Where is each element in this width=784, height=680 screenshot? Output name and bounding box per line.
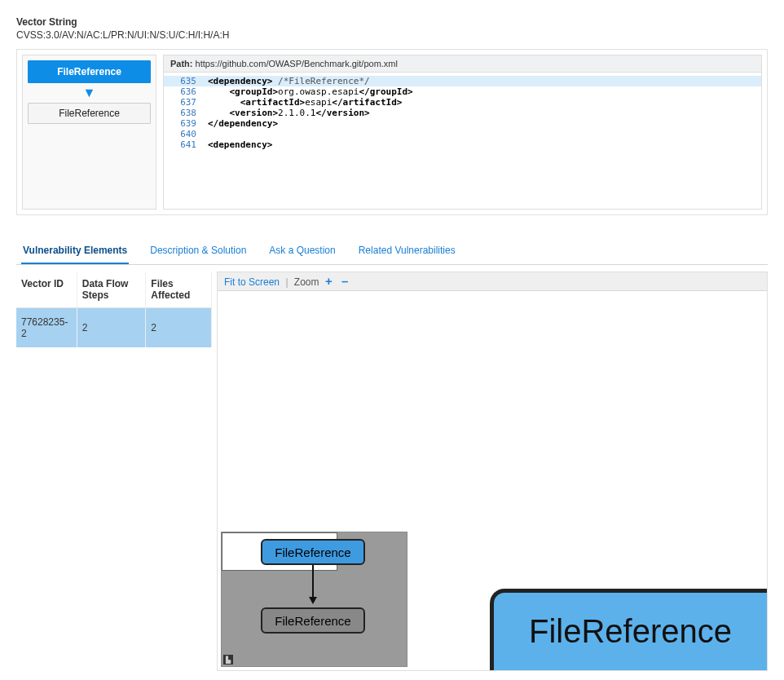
path-value: https://github.com/OWASP/Benchmark.git/p… [196,59,398,68]
flow-step-2[interactable]: FileReference [28,103,151,124]
graph-toolbar: Fit to Screen | Zoom + – [218,272,767,291]
tab-description-solution[interactable]: Description & Solution [148,240,248,264]
code-line: 637 <artifactId>esapi</artifactId> [164,97,761,108]
vector-string-value: CVSS:3.0/AV:N/AC:L/PR:N/UI:N/S:U/C:H/I:H… [16,29,768,41]
cell-steps: 2 [77,308,146,348]
code-body[interactable]: 635 <dependency> /*FileReference*/ 636 <… [164,73,761,209]
zoom-in-button[interactable]: + [322,274,336,288]
arrow-down-icon: ▼ [83,86,96,99]
cell-files: 2 [146,308,212,348]
code-line: 641 <dependency> [164,139,761,150]
code-line: 635 <dependency> /*FileReference*/ [164,76,761,86]
detail-panels: FileReference ▼ FileReference Path: http… [16,49,768,215]
cell-vector-id: 77628235-2 [16,308,77,348]
graph-minimap[interactable]: FileReference FileReference ▙ [221,532,407,667]
vector-table: Vector ID Data Flow Steps Files Affected… [16,272,212,671]
graph-canvas[interactable]: FileReference FileReference ▙ FileRefere… [218,291,767,670]
graph-panel: Fit to Screen | Zoom + – FileReference F… [217,272,768,671]
arrow-down-icon [312,565,314,603]
minimap-node-1: FileReference [261,539,365,565]
vector-string-header: Vector String CVSS:3.0/AV:N/AC:L/PR:N/UI… [16,16,768,41]
code-line: 638 <version>2.1.0.1</version> [164,108,761,118]
col-data-flow-steps[interactable]: Data Flow Steps [77,272,146,308]
tab-bar: Vulnerability Elements Description & Sol… [16,240,768,265]
col-vector-id[interactable]: Vector ID [16,272,77,308]
tab-ask-question[interactable]: Ask a Question [267,240,337,264]
elements-content: Vector ID Data Flow Steps Files Affected… [16,272,768,671]
code-line: 639 </dependency> [164,118,761,129]
zoom-label: Zoom [294,276,319,288]
table-row[interactable]: 77628235-2 2 2 [16,308,212,348]
minimap-toggle-icon[interactable]: ▙ [223,655,233,665]
zoom-out-button[interactable]: – [338,274,351,288]
flow-steps-panel: FileReference ▼ FileReference [22,55,156,210]
tab-related-vulnerabilities[interactable]: Related Vulnerabilities [357,240,457,264]
code-line: 636 <groupId>org.owasp.esapi</groupId> [164,86,761,97]
fit-to-screen-button[interactable]: Fit to Screen [224,276,280,288]
code-path-bar: Path: https://github.com/OWASP/Benchmark… [164,55,761,73]
code-line: 640 [164,129,761,139]
separator-icon: | [285,276,288,288]
col-files-affected[interactable]: Files Affected [146,272,212,308]
tab-vulnerability-elements[interactable]: Vulnerability Elements [21,240,129,264]
graph-node-filereference[interactable]: FileReference [490,589,767,670]
code-panel: Path: https://github.com/OWASP/Benchmark… [163,55,762,210]
vector-string-label: Vector String [16,16,768,28]
minimap-node-2: FileReference [261,607,365,634]
flow-step-1[interactable]: FileReference [28,60,151,83]
path-label: Path: [170,59,193,68]
